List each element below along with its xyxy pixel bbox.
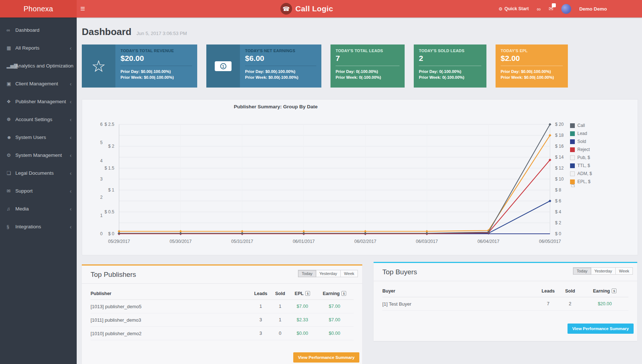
stat-card-prior-week: Prior Week: $0.00(-100.00%): [501, 74, 563, 80]
legend-item-sold[interactable]: Sold: [570, 139, 586, 144]
stat-card-total-revenue: ☆ TODAY'S TOTAL REVENUE $20.00 Prior Day…: [82, 44, 197, 88]
sidebar-item-client-management[interactable]: ▣Client Management‹: [0, 75, 77, 93]
users-icon: ☸: [7, 117, 15, 122]
sidebar-item-publisher-management[interactable]: ❖Publisher Management‹: [0, 93, 77, 111]
tab-week[interactable]: Week: [341, 270, 358, 277]
stat-card-prior-day: Prior Day: $0.00(-100.00%): [121, 69, 192, 74]
dollar-icon: $: [305, 291, 310, 296]
epl-value: $7.00: [289, 304, 316, 309]
sidebar-item-label: Support: [15, 188, 33, 194]
y-axis-right-tick: $ 8: [555, 187, 561, 193]
y-axis-right-tick: $ 6: [555, 198, 561, 204]
stat-card-net-earnings: 1 TODAY'S NET EARNINGS $6.00 Prior Day: …: [206, 44, 321, 88]
sidebar-item-label: Publisher Management: [15, 99, 66, 104]
tab-yesterday[interactable]: Yesterday: [591, 267, 616, 275]
chevron-left-icon: ‹: [70, 170, 72, 176]
buyers-range-tabs: Today Yesterday Week: [573, 267, 633, 275]
buyers-panel: Top Buyers Today Yesterday Week Buyer Le…: [374, 262, 637, 341]
sidebar-item-legal-documents[interactable]: ❏Legal Documents‹: [0, 164, 77, 182]
app-title-label: Call Logic: [295, 4, 333, 13]
y-axis-count-tick: 4: [93, 158, 103, 163]
sidebar-item-label: System Users: [15, 135, 46, 140]
report-table-icon: ▦: [7, 45, 15, 51]
y-axis-dollar-tick: $ 0.5: [100, 209, 114, 214]
table-row: [1011] publisher_demo3 3 1 $2.33 $7.00: [91, 313, 354, 327]
publishers-table: Publisher Leads Sold EPL$ Earning$ [1013…: [82, 284, 362, 340]
dollar-icon: $: [341, 291, 346, 296]
user-menu[interactable]: Demo Demo: [579, 6, 607, 12]
sidebar-item-integrations[interactable]: §Integrations‹: [0, 218, 77, 236]
x-axis-label: 05/29/2017: [103, 239, 135, 244]
messages-icon[interactable]: ✉: [549, 5, 554, 12]
legend-item-reject[interactable]: Reject: [570, 147, 590, 152]
sold-value: 2: [559, 301, 581, 306]
legend-item-pub[interactable]: Pub, $: [570, 155, 590, 160]
top-bar-actions: ⚙ Quick Start ∞ ✉ Demo Demo: [498, 0, 607, 18]
chevron-left-icon: ‹: [70, 206, 72, 212]
sidebar-item-label: Client Management: [15, 81, 58, 86]
tab-today[interactable]: Today: [298, 270, 316, 277]
epl-value: $0.00: [289, 331, 316, 336]
view-performance-summary-button[interactable]: View Performance Summary: [568, 324, 634, 334]
legend-swatch: [570, 139, 575, 144]
stat-card-total-leads: TODAY'S TOTAL LEADS 7 Prior Day: 0(-100.…: [330, 44, 405, 88]
user-icon: ☻: [7, 135, 15, 140]
stat-card-sold-leads: TODAY'S SOLD LEADS 2 Prior Day: 0(-100.0…: [414, 44, 486, 88]
stat-card-value: $6.00: [245, 54, 316, 63]
table-row: [1010] publisher_demo2 3 0 $0.00 $0.00: [91, 327, 354, 340]
column-header-epl: EPL$: [289, 291, 316, 296]
y-axis-dollar-tick: $ 1: [100, 187, 114, 193]
sidebar-item-label: Legal Documents: [15, 170, 54, 176]
stat-card-title: TODAY'S EPL: [501, 49, 563, 53]
y-axis-dollar-tick: $ 1.5: [100, 166, 114, 171]
y-axis-count-tick: 3: [93, 177, 103, 182]
app-title: ☎ Call Logic: [280, 0, 333, 18]
link-shortcut-icon[interactable]: ∞: [537, 6, 541, 12]
chart-panel: Publisher Summary: Group By Date ☝ 65432…: [82, 99, 638, 255]
leads-value: 7: [537, 301, 559, 306]
sidebar-item-all-reports[interactable]: ▦All Reports‹: [0, 39, 77, 57]
legend-item-call[interactable]: Call: [570, 123, 585, 128]
gears-icon: ⚙: [7, 152, 15, 158]
sidebar-item-analytics-and-optimization[interactable]: ▂▅▇Analytics and Optimization‹: [0, 57, 77, 75]
chevron-left-icon: ‹: [70, 134, 72, 140]
gear-icon: ⚙: [498, 6, 502, 12]
chevron-left-icon: ‹: [70, 45, 72, 51]
avatar[interactable]: [561, 4, 571, 14]
sidebar-item-label: System Management: [15, 152, 62, 158]
y-axis-right-tick: $ 16: [555, 144, 563, 149]
app-window: Phonexa ≡ ☎ Call Logic ⚙ Quick Start ∞ ✉…: [0, 0, 642, 364]
y-axis-right-tick: $ 14: [555, 155, 563, 160]
legend-label: Lead: [577, 131, 587, 136]
y-axis-dollar-tick: $ 2.5: [100, 122, 114, 127]
sidebar-item-system-management[interactable]: ⚙System Management‹: [0, 146, 77, 164]
tab-week[interactable]: Week: [616, 267, 633, 275]
legend-item-epl[interactable]: EPL, $: [570, 179, 591, 184]
view-performance-summary-button[interactable]: View Performance Summary: [293, 352, 359, 363]
chevron-left-icon: ‹: [70, 224, 72, 230]
stat-card-prior-week: Prior Week: $0.00(-100.00%): [121, 74, 192, 80]
sidebar-item-support[interactable]: ✉Support‹: [0, 182, 77, 200]
tab-today[interactable]: Today: [573, 267, 591, 275]
tab-yesterday[interactable]: Yesterday: [316, 270, 341, 277]
sidebar-item-system-users[interactable]: ☻System Users‹: [0, 128, 77, 146]
brand-logo[interactable]: Phonexa: [0, 0, 77, 18]
leads-value: 3: [251, 317, 271, 322]
sidebar-item-dashboard[interactable]: ∞Dashboard: [0, 21, 77, 39]
y-axis-right-tick: $ 0: [555, 231, 561, 236]
epl-value: $2.33: [289, 317, 316, 322]
hamburger-menu-icon[interactable]: ≡: [80, 0, 85, 18]
stat-card-prior-day: Prior Day: 0(-100.00%): [336, 69, 400, 74]
sidebar-item-media[interactable]: ♫Media‹: [0, 200, 77, 218]
legend-item-lead[interactable]: Lead: [570, 131, 587, 136]
quick-start-button[interactable]: ⚙ Quick Start: [498, 6, 529, 12]
sidebar-item-account-settings[interactable]: ☸Account Settings‹: [0, 111, 77, 128]
legend-label: ADM, $: [577, 171, 592, 176]
legend-swatch: [570, 147, 575, 152]
column-header-sold: Sold: [559, 289, 581, 294]
earning-value: $0.00: [316, 331, 354, 336]
column-header-leads: Leads: [537, 289, 559, 294]
legend-item-ttl[interactable]: TTL, $: [570, 163, 590, 168]
money-bill-icon: 1: [206, 44, 240, 88]
legend-item-adm[interactable]: ADM, $: [570, 171, 592, 176]
